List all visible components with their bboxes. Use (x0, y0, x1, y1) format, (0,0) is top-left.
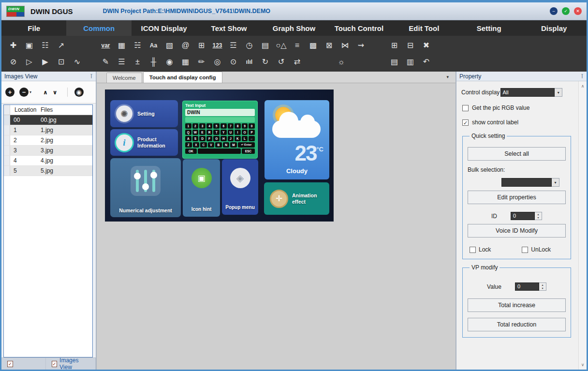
image-row-00[interactable]: 00 00.jpg (4, 115, 92, 125)
audio-wave-icon[interactable]: ılıl (242, 55, 256, 69)
remove-icon[interactable]: − ▾ (19, 88, 31, 97)
panel-tab[interactable]: ✓ (1, 358, 46, 370)
voice-id-modify-button[interactable]: Voice ID Modify (468, 224, 566, 237)
move-down-icon[interactable]: ∨ (53, 89, 58, 96)
data-list-icon[interactable]: ☰ (115, 55, 129, 69)
paste-icon[interactable]: ⊟ (403, 38, 417, 53)
chevron-down-icon[interactable]: ▾ (555, 88, 562, 97)
image-row-5[interactable]: 5 5.jpg (4, 166, 92, 176)
cell-file: 3.jpg (37, 147, 92, 154)
lock-checkbox[interactable]: ✓ (470, 247, 476, 253)
select-all-button[interactable]: Select all (468, 147, 566, 161)
text-1x1-icon[interactable]: ☲ (226, 38, 240, 53)
menu-item-file[interactable]: File (1, 20, 66, 36)
win-btn-minimize[interactable]: – (550, 7, 558, 15)
move-up-icon[interactable]: ∧ (43, 89, 48, 96)
new-file-icon[interactable]: ✚ (6, 38, 20, 53)
menu-item-icon-display[interactable]: ICON Display (132, 20, 196, 36)
menu-item-edit-tool[interactable]: Edit Tool (392, 20, 456, 36)
screen-preview-icon[interactable]: ⊡ (54, 55, 68, 69)
menu-item-graph-show[interactable]: Graph Show (262, 20, 326, 36)
at-symbol-icon[interactable]: @ (178, 38, 192, 53)
qr-code-icon[interactable]: ▩ (306, 38, 320, 53)
variable-icon[interactable]: var (99, 38, 113, 53)
clock-display-icon[interactable]: ◷ (242, 38, 256, 53)
chevron-down-icon[interactable]: ▾ (552, 178, 559, 187)
show-control-label-checkbox[interactable]: ✓ (462, 119, 469, 126)
brightness-icon[interactable]: ☼ (334, 55, 348, 69)
picture-display-icon[interactable]: ▧ (162, 38, 176, 53)
rgb-checkbox[interactable]: ✓ (462, 105, 469, 111)
copy-icon[interactable]: ⊞ (387, 38, 401, 53)
menu-item-common[interactable]: Common (66, 20, 131, 36)
pencil-edit-icon[interactable]: ✏ (194, 55, 208, 69)
total-increase-button[interactable]: Total increase (468, 298, 566, 312)
save-icon[interactable]: ▣ (22, 38, 36, 53)
panel-tab-images-view[interactable]: ✓ Images View (46, 358, 96, 370)
film-clip-icon[interactable]: ▦ (115, 38, 129, 53)
control-display-select[interactable]: All (500, 88, 555, 97)
plus-minus-icon[interactable]: ± (131, 55, 145, 69)
scroll-up-icon[interactable]: ∧ (579, 82, 587, 90)
disk-search-icon[interactable]: ⊙ (226, 55, 240, 69)
text-circle-icon[interactable]: ◎ (210, 55, 224, 69)
document-tab-welcome[interactable]: Welcome (106, 73, 142, 83)
curve-icon[interactable]: ∿ (70, 55, 84, 69)
trend-chart-icon[interactable]: ⇝ (354, 38, 368, 53)
menu-item-display[interactable]: Display (522, 20, 587, 36)
image-animation-icon[interactable]: ⊠ (322, 38, 336, 53)
pin-icon[interactable]: ⊺ (581, 73, 584, 80)
slider-config-icon[interactable]: ☵ (131, 38, 145, 53)
image-row-3[interactable]: 3 3.jpg (4, 146, 92, 156)
export-icon[interactable]: ↗ (54, 38, 68, 53)
stack-icon[interactable]: ⋈ (338, 38, 352, 53)
scroll-down-icon[interactable]: ∨ (579, 361, 587, 369)
cell-location: 00 (10, 117, 37, 123)
text-display-icon[interactable]: Aa (147, 38, 161, 53)
image-row-2[interactable]: 2 2.jpg (4, 135, 92, 146)
image-row-4[interactable]: 4 4.jpg (4, 156, 92, 166)
id-input[interactable]: 0 (511, 212, 535, 220)
add-icon[interactable]: + (5, 88, 15, 97)
rotate-gesture-icon[interactable]: ↻ (258, 55, 272, 69)
bulk-selection-select[interactable] (501, 178, 552, 187)
date-display-icon[interactable]: ▤ (258, 38, 272, 53)
keyboard-table-icon[interactable]: ▦ (178, 55, 192, 69)
touch-list-icon[interactable]: ≡ (290, 38, 304, 53)
play-icon[interactable]: ▷ (22, 55, 36, 69)
number-123-icon[interactable]: 123 (210, 38, 224, 53)
vp-value-input[interactable]: 0 (515, 282, 539, 291)
win-btn-maximize[interactable]: ✓ (562, 7, 570, 15)
swipe-gesture-icon[interactable]: ↺ (274, 55, 288, 69)
menu-item-text-show[interactable]: Text Show (196, 20, 261, 36)
touch-press-icon[interactable]: ◉ (162, 55, 176, 69)
delete-icon[interactable]: ✖ (419, 38, 433, 53)
id-spinner[interactable]: ▴▾ (535, 212, 542, 220)
vp-value-spinner[interactable]: ▴▾ (539, 282, 546, 291)
document-tab-touch-and-display-config[interactable]: Touch and display config (143, 72, 222, 83)
drag-gesture-icon[interactable]: ⇄ (290, 55, 304, 69)
video-play-icon[interactable]: ▶ (38, 55, 52, 69)
pin-icon[interactable]: ⊺ (90, 73, 93, 80)
find-document-icon[interactable]: ⊘ (6, 55, 20, 69)
edit-properties-button[interactable]: Edit properties (468, 191, 566, 204)
paste-page-icon[interactable]: ▥ (403, 55, 417, 69)
win-btn-close[interactable]: ✕ (574, 7, 582, 15)
slider-vertical-icon[interactable]: ╫ (147, 55, 161, 69)
unlock-checkbox[interactable]: ✓ (522, 247, 528, 253)
undo-icon[interactable]: ↶ (419, 55, 433, 69)
copy-page-icon[interactable]: ▤ (387, 55, 401, 69)
preview-eye-icon[interactable]: ◉ (67, 88, 84, 97)
shapes-overlap-icon[interactable]: ○△ (274, 38, 288, 53)
menu-item-setting[interactable]: Setting (456, 20, 521, 36)
total-reduction-button[interactable]: Total reduction (468, 318, 566, 331)
property-scrollbar[interactable]: ∧ ∨ (578, 81, 587, 370)
print-icon[interactable]: ☷ (38, 38, 52, 53)
image-row-1[interactable]: 1 1.jpg (4, 125, 92, 135)
doc-edit-icon[interactable]: ✎ (99, 55, 113, 69)
tab-list-caret-icon[interactable]: ▾ (446, 74, 449, 79)
hmi-preview-image[interactable]: ✺ Setting i Product Information Numerica… (105, 89, 334, 222)
design-canvas[interactable]: ✺ Setting i Product Information Numerica… (97, 83, 456, 370)
menu-item-touch-control[interactable]: Touch Control (326, 20, 391, 36)
digit-display-icon[interactable]: ⊞ (194, 38, 208, 53)
